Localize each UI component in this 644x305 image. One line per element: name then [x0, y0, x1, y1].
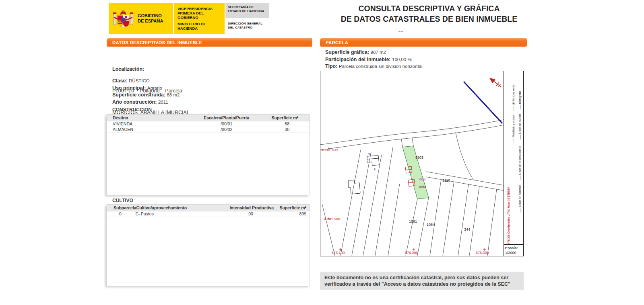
- coord-label-x: 676.300: [476, 251, 489, 255]
- cadastral-map: 8803 9110 1083 1081 1064 344 005 98 8 4.…: [320, 71, 524, 256]
- parcel-label: 344: [464, 227, 470, 231]
- coord-label-x: 676.100: [332, 251, 345, 255]
- north-arrow-icon: [489, 76, 503, 89]
- legend-line-swatch: [518, 176, 521, 180]
- vicepresidencia-label: VICEPRESIDENCIA PRIMERA DEL GOBIERNO: [178, 6, 223, 20]
- scale-value: 1/2000: [505, 250, 523, 255]
- legend-item: Hidrografía: [518, 91, 521, 109]
- parcel-label: 1083: [418, 185, 426, 189]
- legend-item: Límite zona verde: [512, 84, 515, 111]
- gobierno-de-espana-label: GOBIERNO DE ESPAÑA: [138, 13, 163, 24]
- legend-line-swatch: [512, 106, 515, 111]
- legend-line-swatch: [518, 105, 521, 109]
- cultivo-table: Subparcela Cultivo/aprovechamiento Inten…: [107, 204, 310, 286]
- legend-item: Límite de manzana: [518, 185, 521, 213]
- legend-group-mobiliario-zonaverde: Mobiliario y aceras Límite zona verde: [512, 81, 515, 143]
- parcel-label: 8803: [415, 156, 423, 160]
- construccion-table: Destino Escalera/Planta/Puerta Superfici…: [107, 114, 310, 195]
- building-label: 98: [368, 153, 371, 156]
- map-scale: Escala: 1/2000: [504, 244, 523, 256]
- building-label: 8: [374, 168, 376, 171]
- col-destino: Destino: [107, 115, 198, 121]
- legend-line-swatch: [512, 138, 515, 143]
- disclaimer-note: Este documento no es una certificación c…: [320, 272, 524, 290]
- field-anio-construccion: Año construcción: 2011: [112, 99, 180, 106]
- field-tipo: Tipo: Parcela construida sin división ho…: [325, 63, 423, 70]
- construccion-table-header: Destino Escalera/Planta/Puerta Superfici…: [107, 115, 310, 121]
- section-header-datos-descriptivos: DATOS DESCRIPTIVOS DEL INMUEBLE: [107, 38, 312, 47]
- table-row: ALMACEN /00/02 30: [107, 127, 310, 133]
- gobierno-logo: GOBIERNO DE ESPAÑA VICEPRESIDENCIA PRIME…: [109, 3, 269, 34]
- field-uso-principal: Uso principal: Agrario: [112, 85, 180, 92]
- highlighted-parcel: [402, 146, 429, 199]
- cultivo-title: CULTIVO: [112, 198, 133, 203]
- coord-label-x: 676.200: [405, 251, 418, 255]
- ministry-labels: VICEPRESIDENCIA PRIMERA DEL GOBIERNO MIN…: [173, 3, 225, 34]
- coord-label-y-bottom: 4.241.500: [324, 217, 340, 221]
- col-escalera-planta-puerta: Escalera/Planta/Puerta: [198, 115, 255, 121]
- map-legend: Límite de parcela Hidrografía Límite de …: [504, 71, 523, 256]
- coordinate-labels: 4.241.600 4.241.500 676.100 676.200 676.…: [322, 148, 489, 255]
- col-cultivo: Cultivo/aprovechamiento: [136, 205, 225, 211]
- building-number-labels: 98 8: [368, 153, 376, 171]
- table-row: 0 E- Pastos 00 899: [107, 211, 310, 217]
- field-superficie-construida: Superficie construida: 88 m2: [112, 92, 180, 99]
- col-intensidad: Intensidad Productiva: [225, 205, 278, 211]
- inmueble-fields: Clase: RÚSTICO Uso principal: Agrario Su…: [112, 78, 180, 106]
- redacted-reference: ––: [398, 26, 524, 37]
- col-superficie: Superficie m²: [278, 205, 310, 211]
- logo-yellow-cell: GOBIERNO DE ESPAÑA: [109, 3, 173, 34]
- field-superficie-grafica: Superficie gráfica: 987 m2: [325, 49, 423, 56]
- legend-group-parcela-hidrografia: Límite de parcela Hidrografía: [518, 87, 521, 139]
- table-row: VIVIENDA /00/01 58: [107, 121, 310, 127]
- legend-line-swatch: [518, 135, 521, 139]
- direccion-general-label: DIRECCIÓN GENERAL DEL CATASTRO: [225, 18, 269, 33]
- cultivo-table-header: Subparcela Cultivo/aprovechamiento Inten…: [107, 205, 310, 211]
- page-title: CONSULTA DESCRIPTIVA Y GRÁFICA DE DATOS …: [334, 3, 524, 37]
- col-subparcela: Subparcela: [107, 205, 136, 211]
- secretaria-label: SECRETARÍA DE ESTADO DE HACIENDA: [225, 3, 269, 18]
- localizacion-label: Localización:: [112, 66, 188, 73]
- legend-line-swatch: [518, 208, 521, 213]
- field-clase: Clase: RÚSTICO: [112, 78, 180, 85]
- hydrography-line: [464, 82, 502, 123]
- construccion-title: CONSTRUCCIÓN: [112, 107, 152, 113]
- coordinate-system-note: 676.300 Coordenadas U.T.M. Huso 30 ETRS8…: [507, 187, 510, 244]
- field-participacion: Participación del inmueble: 100,00 %: [325, 56, 423, 63]
- parcela-fields: Superficie gráfica: 987 m2 Participación…: [325, 49, 423, 70]
- section-header-parcela: PARCELA: [320, 38, 527, 47]
- spanish-coat-of-arms-icon: [112, 7, 134, 30]
- subparcel-label: 005: [419, 177, 425, 181]
- parcel-label: 1081: [409, 219, 417, 223]
- cadastral-document-page: GOBIERNO DE ESPAÑA VICEPRESIDENCIA PRIME…: [0, 0, 644, 305]
- legend-group-manzana-construcciones: Límite de manzana Límite de construccion…: [518, 142, 521, 213]
- legend-item: Límite de construcciones: [518, 146, 521, 180]
- ministerio-label: MINISTERIO DE HACIENDA: [178, 22, 223, 31]
- parcel-label: 1064: [427, 223, 435, 227]
- legend-item: Límite de parcela: [518, 114, 521, 139]
- col-superficie: Superficie m²: [255, 115, 310, 121]
- parcel-label: 9110: [442, 178, 450, 182]
- scale-label: Escala:: [505, 246, 523, 250]
- legend-item: Mobiliario y aceras: [512, 115, 515, 143]
- parcel-boundaries: [320, 120, 504, 256]
- cadastral-map-svg: 8803 9110 1083 1081 1064 344 005 98 8 4.…: [320, 71, 504, 256]
